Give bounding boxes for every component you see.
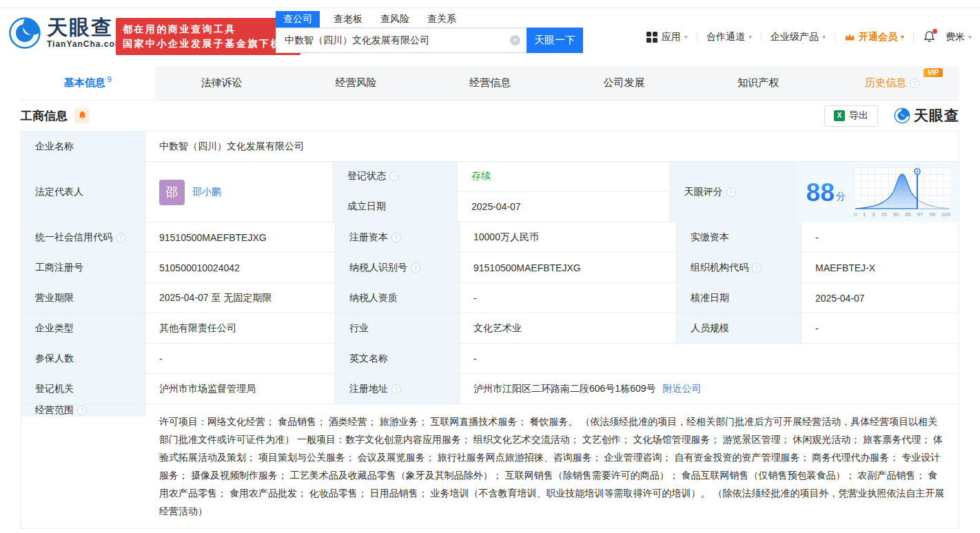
business-term-label: 营业期限	[21, 283, 145, 313]
company-type-value: 其他有限责任公司	[145, 313, 336, 343]
bell-icon	[78, 111, 87, 121]
taxpayer-quality-value: -	[460, 283, 677, 313]
avatar[interactable]: 邵	[159, 180, 185, 205]
menu-user[interactable]: 费米 ▾	[946, 31, 972, 43]
menu-divider	[761, 32, 762, 42]
search-tab-boss[interactable]: 查老板	[334, 11, 363, 28]
search-input[interactable]	[276, 28, 527, 53]
help-icon[interactable]: ?	[391, 233, 401, 242]
table-row: 参保人数 - 英文名称 -	[21, 344, 959, 374]
tab-legal-litigation[interactable]: 法律诉讼	[155, 66, 289, 100]
tyc-score-label: 天眼评分 ?	[671, 162, 795, 222]
help-icon[interactable]: ?	[391, 384, 401, 394]
tab-intellectual-property[interactable]: 知识产权	[691, 66, 826, 100]
tyc-score-value[interactable]: 88 分	[795, 162, 959, 222]
search-button[interactable]: 天眼一下	[527, 28, 583, 53]
table-row: 登记机关 泸州市市场监督管理局 注册地址? 泸州市江阳区二环路南二段606号1栋…	[21, 374, 959, 404]
industry-label: 行业	[336, 313, 460, 343]
section-header: 工商信息 X 导出 天眼查	[21, 101, 959, 131]
menu-partner-channel[interactable]: 合作通道 ▾	[706, 31, 752, 43]
section-title: 工商信息	[21, 108, 68, 124]
header-menu: 应用 ▾ 合作通道 ▾ 企业级产品 ▾ 开通会员 ▾	[646, 30, 972, 43]
page-header: 天眼查 TianYanCha.com 都在用的商业查询工具 国家中小企业发展子基…	[0, 0, 980, 66]
legal-rep-value: 邵 邵小鹏	[145, 162, 334, 222]
tianyancha-logo[interactable]: 天眼查 TianYanCha.com	[7, 15, 123, 51]
menu-open-vip[interactable]: 开通会员 ▾	[844, 31, 904, 43]
business-info-table: 企业名称 中数智（四川）文化发展有限公司 法定代表人 邵 邵小鹏 登记状态 ? …	[21, 131, 959, 529]
apps-grid-icon	[646, 32, 657, 43]
monitor-bell-button[interactable]	[74, 108, 90, 123]
english-name-value: -	[460, 344, 959, 373]
approval-date-value: 2025-04-07	[802, 283, 959, 313]
legal-rep-label: 法定代表人	[21, 162, 145, 222]
insured-count-label: 参保人数	[21, 344, 145, 373]
score-number: 88	[806, 180, 835, 205]
company-name-value: 中数智（四川）文化发展有限公司	[145, 132, 959, 161]
slogan-line2: 国家中小企业发展子基金旗下机构	[123, 36, 294, 51]
tab-company-development[interactable]: 公司发展	[557, 66, 691, 100]
export-button[interactable]: X 导出	[824, 105, 878, 127]
search-tab-company[interactable]: 查公司	[276, 11, 320, 28]
reg-authority-label: 登记机关	[21, 374, 145, 404]
menu-apps[interactable]: 应用 ▾	[646, 31, 688, 43]
search-area: 查公司 查老板 查风险 查关系 × 天眼一下	[276, 11, 583, 53]
help-icon[interactable]: ?	[752, 263, 762, 273]
insured-count-value: -	[145, 344, 336, 373]
nearby-companies-link[interactable]: 附近公司	[663, 383, 702, 395]
business-scope-value: 许可项目：网络文化经营； 食品销售； 酒类经营； 旅游业务； 互联网直播技术服务…	[145, 404, 959, 528]
reg-capital-value: 10000万人民币	[460, 222, 677, 252]
taxpayer-id-value: 91510500MAEFBTEJXG	[460, 253, 677, 282]
help-icon[interactable]: ?	[411, 263, 420, 273]
tab-operation-risk[interactable]: 经营风险	[289, 66, 423, 100]
search-tab-risk[interactable]: 查风险	[380, 11, 409, 28]
help-icon[interactable]: ?	[910, 79, 919, 88]
search-tab-relation[interactable]: 查关系	[427, 11, 456, 28]
table-row: 营业期限 2025-04-07 至 无固定期限 纳税人资质 - 核准日期 202…	[21, 283, 959, 313]
reg-number-value: 510500010024042	[145, 253, 336, 282]
reg-address-label: 注册地址?	[336, 374, 460, 404]
notifications-bell-icon[interactable]	[923, 30, 936, 43]
clear-search-icon[interactable]: ×	[510, 35, 520, 45]
company-type-label: 企业类型	[21, 313, 145, 343]
credit-code-label: 统一社会信用代码?	[21, 222, 145, 252]
reg-status-label: 登记状态 ?	[334, 162, 458, 191]
approval-date-label: 核准日期	[677, 283, 802, 313]
reg-capital-label: 注册资本?	[336, 222, 460, 252]
help-icon[interactable]: ?	[77, 406, 87, 415]
reg-status-value: 存续	[458, 162, 670, 191]
watermark-logo: 天眼查	[893, 106, 959, 125]
org-code-label: 组织机构代码?	[677, 253, 802, 282]
tianyancha-swirl-icon	[7, 15, 43, 51]
menu-divider	[697, 32, 697, 42]
menu-enterprise-products[interactable]: 企业级产品 ▾	[770, 31, 826, 43]
username: 费米	[946, 31, 965, 43]
taxpayer-id-label: 纳税人识别号?	[336, 253, 460, 282]
reg-address-value: 泸州市江阳区二环路南二段606号1栋609号 附近公司	[460, 374, 959, 404]
help-icon[interactable]: ?	[116, 233, 125, 242]
industry-value: 文化艺术业	[460, 313, 677, 343]
chevron-down-icon: ▾	[901, 33, 904, 41]
score-axis-ticks: 0131550859799100	[854, 211, 950, 218]
paid-capital-label: 实缴资本	[677, 222, 802, 252]
establish-date-label: 成立日期	[334, 192, 458, 222]
top-divider	[0, 8, 980, 8]
org-code-value: MAEFBTEJ-X	[802, 253, 959, 282]
table-row: 工商注册号 510500010024042 纳税人识别号? 91510500MA…	[21, 253, 959, 283]
tianyancha-swirl-icon	[893, 107, 911, 125]
crown-icon	[844, 32, 855, 41]
credit-code-value: 91510500MAEFBTEJXG	[145, 222, 336, 252]
company-nav-tabs: 基本信息 9 法律诉讼 经营风险 经营信息 公司发展 知识产权 历史信息 ? V…	[21, 66, 959, 101]
status-date-subgrid: 登记状态 ? 存续 成立日期 2025-04-07	[334, 162, 671, 222]
brand-slogan-badge: 都在用的商业查询工具 国家中小企业发展子基金旗下机构	[116, 18, 300, 55]
legal-rep-link[interactable]: 邵小鹏	[192, 186, 221, 198]
staff-size-label: 人员规模	[677, 313, 802, 343]
chevron-down-icon: ▾	[968, 33, 972, 41]
tab-operation-info[interactable]: 经营信息	[423, 66, 558, 100]
notification-dot	[932, 29, 937, 34]
tab-basic-info[interactable]: 基本信息 9	[21, 66, 155, 100]
tab-history-info[interactable]: 历史信息 ? VIP	[825, 66, 959, 100]
english-name-label: 英文名称	[336, 344, 460, 373]
reg-authority-value: 泸州市市场监督管理局	[145, 374, 336, 404]
help-icon[interactable]: ?	[389, 171, 399, 181]
help-icon[interactable]: ?	[726, 187, 736, 197]
